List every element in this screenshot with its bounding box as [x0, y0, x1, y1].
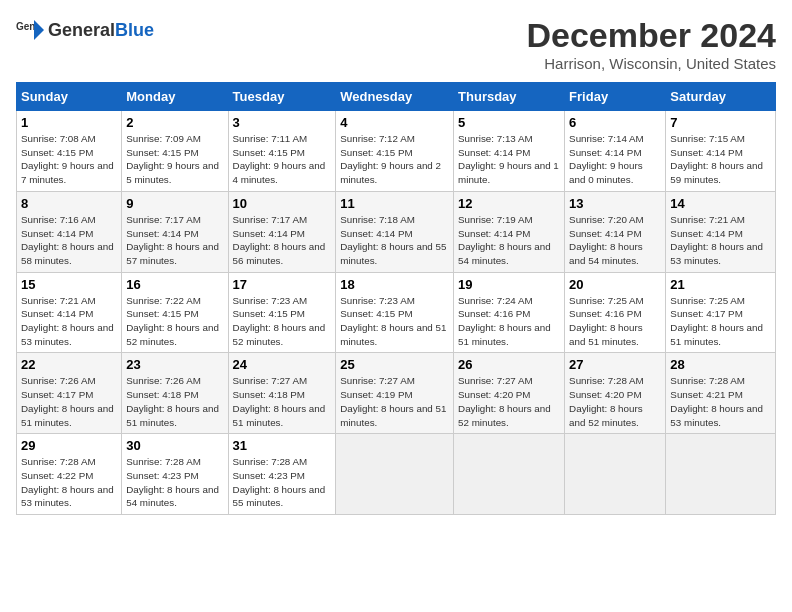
- weekday-header-saturday: Saturday: [666, 83, 776, 111]
- calendar-cell: 6 Sunrise: 7:14 AMSunset: 4:14 PMDayligh…: [565, 111, 666, 192]
- calendar-cell: 10 Sunrise: 7:17 AMSunset: 4:14 PMDaylig…: [228, 191, 336, 272]
- day-detail: Sunrise: 7:17 AMSunset: 4:14 PMDaylight:…: [233, 214, 326, 266]
- week-row-3: 15 Sunrise: 7:21 AMSunset: 4:14 PMDaylig…: [17, 272, 776, 353]
- day-detail: Sunrise: 7:27 AMSunset: 4:20 PMDaylight:…: [458, 375, 551, 427]
- calendar-cell: 23 Sunrise: 7:26 AMSunset: 4:18 PMDaylig…: [122, 353, 228, 434]
- calendar-cell: 12 Sunrise: 7:19 AMSunset: 4:14 PMDaylig…: [454, 191, 565, 272]
- day-detail: Sunrise: 7:13 AMSunset: 4:14 PMDaylight:…: [458, 133, 559, 185]
- day-detail: Sunrise: 7:25 AMSunset: 4:17 PMDaylight:…: [670, 295, 763, 347]
- day-number: 4: [340, 115, 449, 130]
- sub-title: Harrison, Wisconsin, United States: [526, 55, 776, 72]
- title-block: December 2024 Harrison, Wisconsin, Unite…: [526, 16, 776, 72]
- calendar-cell: 5 Sunrise: 7:13 AMSunset: 4:14 PMDayligh…: [454, 111, 565, 192]
- week-row-5: 29 Sunrise: 7:28 AMSunset: 4:22 PMDaylig…: [17, 434, 776, 515]
- calendar-cell: 18 Sunrise: 7:23 AMSunset: 4:15 PMDaylig…: [336, 272, 454, 353]
- header: Gen GeneralBlue December 2024 Harrison, …: [16, 16, 776, 72]
- weekday-header-sunday: Sunday: [17, 83, 122, 111]
- calendar-cell: 27 Sunrise: 7:28 AMSunset: 4:20 PMDaylig…: [565, 353, 666, 434]
- day-number: 7: [670, 115, 771, 130]
- day-number: 14: [670, 196, 771, 211]
- day-number: 6: [569, 115, 661, 130]
- day-number: 10: [233, 196, 332, 211]
- day-detail: Sunrise: 7:12 AMSunset: 4:15 PMDaylight:…: [340, 133, 441, 185]
- calendar-cell: 7 Sunrise: 7:15 AMSunset: 4:14 PMDayligh…: [666, 111, 776, 192]
- calendar-cell: [454, 434, 565, 515]
- day-detail: Sunrise: 7:26 AMSunset: 4:18 PMDaylight:…: [126, 375, 219, 427]
- day-detail: Sunrise: 7:23 AMSunset: 4:15 PMDaylight:…: [340, 295, 446, 347]
- day-detail: Sunrise: 7:28 AMSunset: 4:22 PMDaylight:…: [21, 456, 114, 508]
- calendar-cell: 2 Sunrise: 7:09 AMSunset: 4:15 PMDayligh…: [122, 111, 228, 192]
- day-number: 28: [670, 357, 771, 372]
- day-number: 8: [21, 196, 117, 211]
- calendar-cell: 15 Sunrise: 7:21 AMSunset: 4:14 PMDaylig…: [17, 272, 122, 353]
- day-number: 23: [126, 357, 223, 372]
- day-number: 21: [670, 277, 771, 292]
- day-number: 5: [458, 115, 560, 130]
- calendar-cell: 8 Sunrise: 7:16 AMSunset: 4:14 PMDayligh…: [17, 191, 122, 272]
- day-detail: Sunrise: 7:14 AMSunset: 4:14 PMDaylight:…: [569, 133, 644, 185]
- day-detail: Sunrise: 7:25 AMSunset: 4:16 PMDaylight:…: [569, 295, 644, 347]
- day-detail: Sunrise: 7:28 AMSunset: 4:23 PMDaylight:…: [233, 456, 326, 508]
- day-number: 12: [458, 196, 560, 211]
- day-detail: Sunrise: 7:20 AMSunset: 4:14 PMDaylight:…: [569, 214, 644, 266]
- day-number: 15: [21, 277, 117, 292]
- day-detail: Sunrise: 7:27 AMSunset: 4:19 PMDaylight:…: [340, 375, 446, 427]
- day-detail: Sunrise: 7:28 AMSunset: 4:20 PMDaylight:…: [569, 375, 644, 427]
- svg-text:Gen: Gen: [16, 21, 35, 32]
- day-detail: Sunrise: 7:28 AMSunset: 4:23 PMDaylight:…: [126, 456, 219, 508]
- calendar-cell: 1 Sunrise: 7:08 AMSunset: 4:15 PMDayligh…: [17, 111, 122, 192]
- logo-text-blue: Blue: [115, 20, 154, 40]
- calendar-cell: 20 Sunrise: 7:25 AMSunset: 4:16 PMDaylig…: [565, 272, 666, 353]
- weekday-header-tuesday: Tuesday: [228, 83, 336, 111]
- day-number: 17: [233, 277, 332, 292]
- day-detail: Sunrise: 7:17 AMSunset: 4:14 PMDaylight:…: [126, 214, 219, 266]
- calendar-cell: [565, 434, 666, 515]
- day-detail: Sunrise: 7:22 AMSunset: 4:15 PMDaylight:…: [126, 295, 219, 347]
- day-detail: Sunrise: 7:26 AMSunset: 4:17 PMDaylight:…: [21, 375, 114, 427]
- day-detail: Sunrise: 7:09 AMSunset: 4:15 PMDaylight:…: [126, 133, 219, 185]
- day-detail: Sunrise: 7:27 AMSunset: 4:18 PMDaylight:…: [233, 375, 326, 427]
- calendar-cell: 11 Sunrise: 7:18 AMSunset: 4:14 PMDaylig…: [336, 191, 454, 272]
- logo-text-general: General: [48, 20, 115, 40]
- weekday-header-friday: Friday: [565, 83, 666, 111]
- main-title: December 2024: [526, 16, 776, 55]
- calendar-cell: 28 Sunrise: 7:28 AMSunset: 4:21 PMDaylig…: [666, 353, 776, 434]
- day-number: 9: [126, 196, 223, 211]
- calendar-cell: 30 Sunrise: 7:28 AMSunset: 4:23 PMDaylig…: [122, 434, 228, 515]
- calendar-cell: 29 Sunrise: 7:28 AMSunset: 4:22 PMDaylig…: [17, 434, 122, 515]
- calendar-cell: 13 Sunrise: 7:20 AMSunset: 4:14 PMDaylig…: [565, 191, 666, 272]
- calendar-cell: 17 Sunrise: 7:23 AMSunset: 4:15 PMDaylig…: [228, 272, 336, 353]
- day-detail: Sunrise: 7:18 AMSunset: 4:14 PMDaylight:…: [340, 214, 446, 266]
- weekday-header-wednesday: Wednesday: [336, 83, 454, 111]
- week-row-4: 22 Sunrise: 7:26 AMSunset: 4:17 PMDaylig…: [17, 353, 776, 434]
- day-number: 20: [569, 277, 661, 292]
- calendar-cell: 31 Sunrise: 7:28 AMSunset: 4:23 PMDaylig…: [228, 434, 336, 515]
- day-detail: Sunrise: 7:19 AMSunset: 4:14 PMDaylight:…: [458, 214, 551, 266]
- day-number: 31: [233, 438, 332, 453]
- calendar-cell: 19 Sunrise: 7:24 AMSunset: 4:16 PMDaylig…: [454, 272, 565, 353]
- logo: Gen GeneralBlue: [16, 16, 154, 44]
- day-number: 13: [569, 196, 661, 211]
- day-number: 1: [21, 115, 117, 130]
- day-number: 2: [126, 115, 223, 130]
- calendar-table: SundayMondayTuesdayWednesdayThursdayFrid…: [16, 82, 776, 515]
- day-detail: Sunrise: 7:21 AMSunset: 4:14 PMDaylight:…: [670, 214, 763, 266]
- day-number: 26: [458, 357, 560, 372]
- calendar-cell: 24 Sunrise: 7:27 AMSunset: 4:18 PMDaylig…: [228, 353, 336, 434]
- weekday-header-row: SundayMondayTuesdayWednesdayThursdayFrid…: [17, 83, 776, 111]
- calendar-cell: 14 Sunrise: 7:21 AMSunset: 4:14 PMDaylig…: [666, 191, 776, 272]
- day-number: 16: [126, 277, 223, 292]
- day-number: 22: [21, 357, 117, 372]
- day-detail: Sunrise: 7:28 AMSunset: 4:21 PMDaylight:…: [670, 375, 763, 427]
- calendar-cell: 21 Sunrise: 7:25 AMSunset: 4:17 PMDaylig…: [666, 272, 776, 353]
- calendar-cell: 26 Sunrise: 7:27 AMSunset: 4:20 PMDaylig…: [454, 353, 565, 434]
- day-detail: Sunrise: 7:15 AMSunset: 4:14 PMDaylight:…: [670, 133, 763, 185]
- week-row-1: 1 Sunrise: 7:08 AMSunset: 4:15 PMDayligh…: [17, 111, 776, 192]
- day-number: 29: [21, 438, 117, 453]
- weekday-header-monday: Monday: [122, 83, 228, 111]
- day-detail: Sunrise: 7:24 AMSunset: 4:16 PMDaylight:…: [458, 295, 551, 347]
- day-number: 3: [233, 115, 332, 130]
- day-number: 18: [340, 277, 449, 292]
- svg-marker-1: [34, 20, 44, 40]
- logo-icon: Gen: [16, 16, 44, 44]
